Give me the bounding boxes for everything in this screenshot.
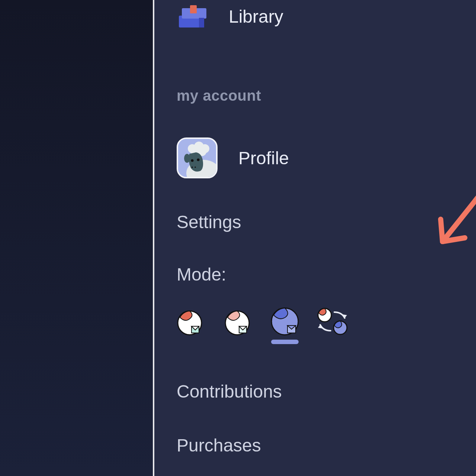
mode-option-light[interactable]	[177, 310, 203, 344]
theme-light-icon	[177, 310, 203, 336]
library-icon	[177, 3, 211, 30]
library-label: Library	[229, 6, 283, 27]
mode-option-light-soft[interactable]	[224, 310, 250, 344]
nav-item-purchases[interactable]: Purchases	[177, 435, 476, 456]
nav-item-contributions[interactable]: Contributions	[177, 381, 476, 402]
profile-label: Profile	[238, 148, 289, 168]
avatar	[177, 137, 218, 178]
theme-auto-icon	[316, 307, 349, 336]
mode-label: Mode:	[177, 264, 476, 285]
mode-selector	[177, 307, 476, 344]
nav-item-profile[interactable]: Profile	[177, 137, 476, 178]
svg-point-16	[194, 166, 196, 168]
theme-dark-icon	[270, 307, 299, 336]
mode-option-auto[interactable]	[319, 307, 345, 344]
nav-item-settings[interactable]: Settings	[177, 212, 476, 232]
section-header-my-account: my account	[177, 87, 476, 104]
mode-option-dark[interactable]	[272, 307, 298, 344]
nav-item-library[interactable]: Library	[177, 0, 476, 30]
theme-light-soft-icon	[224, 310, 250, 336]
svg-point-14	[197, 158, 199, 161]
svg-point-13	[191, 159, 193, 162]
left-gutter	[0, 0, 154, 476]
svg-point-15	[192, 166, 193, 168]
svg-rect-4	[199, 18, 204, 27]
svg-point-12	[184, 154, 190, 163]
account-panel: Library my account	[154, 0, 476, 476]
